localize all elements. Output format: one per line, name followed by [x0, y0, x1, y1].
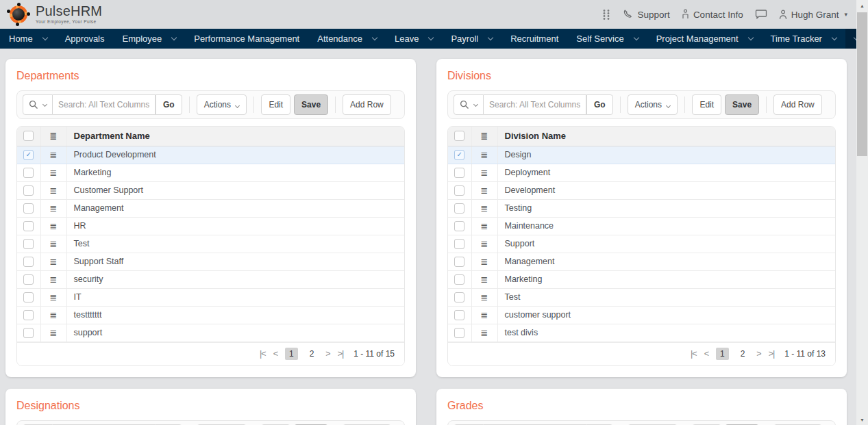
table-row[interactable]: ≣ Testing [448, 199, 835, 217]
pagination-page-2[interactable]: 2 [306, 348, 319, 360]
drag-handle-icon[interactable]: ≣ [50, 185, 58, 196]
drag-handle-icon[interactable]: ≣ [50, 257, 58, 267]
actions-button[interactable]: Actions [197, 94, 247, 115]
actions-button[interactable]: Actions [628, 94, 678, 115]
row-checkbox[interactable] [23, 221, 34, 231]
select-all-checkbox[interactable] [23, 131, 34, 141]
drag-handle-icon[interactable]: ≣ [50, 274, 58, 285]
page-scrollbar[interactable]: ▲ ▼ [856, 0, 868, 425]
division-name-cell[interactable]: Deployment [497, 164, 835, 181]
table-row[interactable]: ≣ security [17, 270, 404, 288]
chevron-down-icon[interactable] [372, 35, 377, 40]
department-name-cell[interactable]: HR [66, 217, 404, 235]
search-input[interactable] [484, 94, 586, 115]
table-row[interactable]: ✓ ≣ Product Development [17, 146, 404, 164]
nav-item-project-management[interactable]: Project Management [647, 29, 762, 49]
table-row[interactable]: ≣ Customer Support [17, 181, 404, 199]
row-checkbox[interactable] [454, 239, 464, 249]
table-row[interactable]: ≣ IT [17, 288, 404, 306]
table-row[interactable]: ≣ Management [17, 199, 404, 217]
department-name-cell[interactable]: Support Staff [66, 253, 404, 270]
table-row[interactable]: ≣ support [17, 324, 404, 342]
table-row[interactable]: ≣ Marketing [17, 164, 404, 181]
department-name-cell[interactable]: Marketing [66, 164, 404, 181]
search-column-selector[interactable] [23, 94, 53, 115]
row-checkbox[interactable] [454, 310, 464, 320]
drag-handle-icon[interactable]: ≣ [481, 292, 488, 302]
drag-handle-icon[interactable]: ≣ [481, 185, 488, 196]
row-checkbox[interactable]: ✓ [454, 150, 464, 160]
department-name-cell[interactable]: testtttttt [66, 306, 404, 324]
pagination-last-icon[interactable]: >| [769, 349, 775, 359]
save-button[interactable]: Save [294, 94, 328, 115]
scrollbar-up-icon[interactable]: ▲ [856, 0, 868, 11]
row-checkbox[interactable] [454, 185, 464, 196]
row-checkbox[interactable] [454, 292, 464, 302]
pagination-page-1[interactable]: 1 [285, 348, 298, 360]
pagination-page-1[interactable]: 1 [716, 348, 729, 360]
chevron-down-icon[interactable] [633, 35, 638, 40]
row-checkbox[interactable] [454, 257, 464, 267]
chat-icon[interactable] [755, 9, 767, 20]
contact-info-link[interactable]: Contact Info [682, 9, 743, 20]
support-link[interactable]: Support [623, 9, 670, 20]
table-row[interactable]: ≣ Marketing [448, 270, 835, 288]
table-row[interactable]: ≣ test divis [448, 324, 835, 342]
chevron-down-icon[interactable] [832, 35, 837, 40]
department-name-cell[interactable]: security [66, 270, 404, 288]
table-row[interactable]: ≣ HR [17, 217, 404, 235]
save-button[interactable]: Save [725, 94, 759, 115]
go-button[interactable]: Go [586, 94, 613, 115]
nav-item-performance-management[interactable]: Performance Management [185, 29, 308, 49]
row-checkbox[interactable] [454, 328, 464, 338]
division-name-cell[interactable]: Marketing [497, 270, 835, 288]
division-name-cell[interactable]: Testing [497, 199, 835, 217]
add-row-button[interactable]: Add Row [343, 94, 391, 115]
drag-handle-icon[interactable]: ≣ [50, 239, 58, 249]
nav-item-self-service[interactable]: Self Service [567, 29, 647, 49]
go-button[interactable]: Go [156, 94, 182, 115]
department-name-cell[interactable]: Test [66, 235, 404, 253]
drag-handle-icon[interactable]: ≣ [50, 221, 58, 231]
row-checkbox[interactable] [23, 257, 34, 267]
pagination-first-icon[interactable]: |< [260, 349, 266, 359]
department-name-cell[interactable]: Management [66, 199, 404, 217]
drag-handle-icon[interactable]: ≣ [481, 168, 488, 178]
user-menu[interactable]: Hugh Grant ▾ [779, 10, 847, 20]
row-checkbox[interactable] [454, 203, 464, 214]
chevron-down-icon[interactable] [171, 35, 177, 40]
pagination-prev-icon[interactable]: < [273, 349, 277, 359]
chevron-down-icon[interactable] [428, 35, 434, 40]
division-name-cell[interactable]: customer support [497, 306, 835, 324]
drag-handle-icon[interactable]: ≣ [50, 203, 58, 214]
column-header-division-name[interactable]: Division Name [497, 127, 835, 146]
add-row-button[interactable]: Add Row [773, 94, 822, 115]
table-row[interactable]: ≣ Support [448, 235, 835, 253]
division-name-cell[interactable]: test divis [497, 324, 835, 342]
pagination-next-icon[interactable]: > [325, 349, 330, 359]
division-name-cell[interactable]: Development [497, 181, 835, 199]
department-name-cell[interactable]: Product Development [66, 146, 404, 164]
row-checkbox[interactable]: ✓ [23, 150, 34, 160]
table-row[interactable]: ≣ testtttttt [17, 306, 404, 324]
chevron-down-icon[interactable] [488, 35, 493, 40]
drag-handle-icon[interactable]: ≣ [481, 221, 488, 231]
drag-handle-icon[interactable]: ≣ [481, 274, 488, 285]
division-name-cell[interactable]: Management [497, 253, 835, 270]
table-row[interactable]: ≣ Maintenance [448, 217, 835, 235]
row-checkbox[interactable] [23, 328, 34, 338]
drag-handle-icon[interactable]: ≣ [50, 168, 58, 178]
row-checkbox[interactable] [23, 310, 34, 320]
nav-item-leave[interactable]: Leave [386, 29, 442, 49]
row-checkbox[interactable] [23, 239, 34, 249]
row-checkbox[interactable] [23, 292, 34, 302]
division-name-cell[interactable]: Test [497, 288, 835, 306]
edit-button[interactable]: Edit [261, 94, 290, 115]
nav-item-attendance[interactable]: Attendance [308, 29, 386, 49]
nav-item-time-tracker[interactable]: Time Tracker [762, 29, 845, 49]
pagination-next-icon[interactable]: > [756, 349, 760, 359]
table-row[interactable]: ≣ Management [448, 253, 835, 270]
pagination-last-icon[interactable]: >| [338, 349, 344, 359]
nav-item-payroll[interactable]: Payroll [442, 29, 501, 49]
department-name-cell[interactable]: IT [66, 288, 404, 306]
